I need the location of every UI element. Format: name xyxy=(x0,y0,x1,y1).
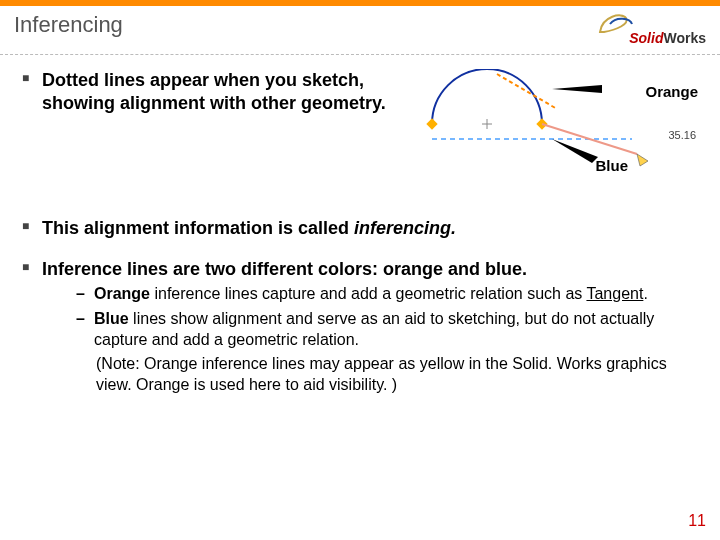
title-row: Inferencing SolidWorks xyxy=(0,6,720,46)
slide: Inferencing SolidWorks Dotted lines appe… xyxy=(0,0,720,540)
sub1-word-orange: Orange xyxy=(94,285,150,302)
svg-marker-7 xyxy=(637,154,648,166)
brand-logo: SolidWorks xyxy=(596,12,706,46)
brand-works: Works xyxy=(663,30,706,46)
bullet-2: This alignment information is called inf… xyxy=(22,217,698,240)
sub1-tangent: Tangent xyxy=(586,285,643,302)
title-separator xyxy=(0,54,720,55)
bullet-list: Dotted lines appear when you sketch, sho… xyxy=(22,69,698,396)
page-number: 11 xyxy=(688,512,706,530)
bullet-2-text-b: inferencing. xyxy=(354,218,456,238)
note-text: (Note: Orange inference lines may appear… xyxy=(96,354,698,396)
sub1-end: . xyxy=(643,285,647,302)
bullet-1-text: Dotted lines appear when you sketch, sho… xyxy=(42,69,392,199)
page-title: Inferencing xyxy=(14,12,596,38)
diagram-dimension: 35.16 xyxy=(668,129,696,143)
svg-rect-3 xyxy=(426,118,437,129)
bullet-1-row: Dotted lines appear when you sketch, sho… xyxy=(22,69,698,199)
bullet-2-text-a: This alignment information is called xyxy=(42,218,354,238)
content-area: Dotted lines appear when you sketch, sho… xyxy=(0,69,720,396)
sub2-word-blue: Blue xyxy=(94,310,129,327)
svg-line-2 xyxy=(497,74,557,109)
sub1-mid: inference lines capture and add a geomet… xyxy=(150,285,586,302)
bullet-3: Inference lines are two different colors… xyxy=(22,258,698,396)
sub-bullet-list: Orange inference lines capture and add a… xyxy=(72,284,698,350)
sub-bullet-2: Blue lines show alignment and serve as a… xyxy=(72,309,698,351)
diagram-svg xyxy=(402,69,662,199)
svg-marker-9 xyxy=(552,139,598,163)
diagram-label-blue: Blue xyxy=(595,157,628,176)
svg-marker-8 xyxy=(552,85,602,93)
brand-solid: Solid xyxy=(629,30,663,46)
brand-logo-text: SolidWorks xyxy=(629,30,706,46)
diagram-label-orange: Orange xyxy=(645,83,698,102)
bullet-1-cols: Dotted lines appear when you sketch, sho… xyxy=(42,69,698,199)
sub2-rest: lines show alignment and serve as an aid… xyxy=(94,310,654,348)
bullet-3-text: Inference lines are two different colors… xyxy=(42,259,527,279)
inference-diagram: Orange 35.16 Blue xyxy=(402,69,698,199)
sub-bullet-1: Orange inference lines capture and add a… xyxy=(72,284,698,305)
